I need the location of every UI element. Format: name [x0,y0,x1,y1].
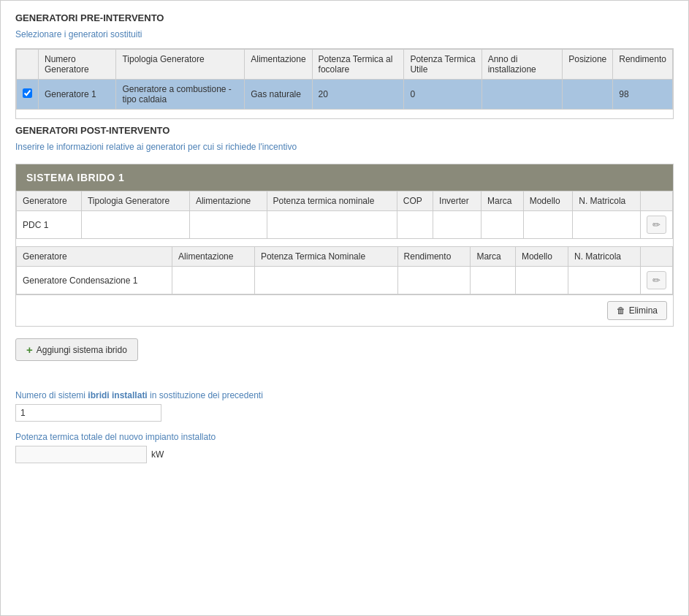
num-sistemi-label-part3: in sostituzione dei precedenti [148,390,263,400]
pre-intervento-table: Numero Generatore Tipologia Generatore A… [16,49,673,110]
cell-posizione [563,80,613,110]
edit-pdc-button[interactable]: ✏ [647,216,666,234]
col-numero-generatore: Numero Generatore [39,50,116,80]
add-sistema-ibrido-button[interactable]: + Aggiungi sistema ibrido [15,338,138,361]
potenza-input[interactable] [15,446,147,463]
post-intervento-title: GENERATORI POST-INTERVENTO [15,125,674,136]
hp-cell-alimentazione [189,211,267,239]
add-button-label: Aggiungi sistema ibrido [37,345,127,355]
num-sistemi-section: Numero di sistemi ibridi installati in s… [15,390,674,422]
hp-col-generatore: Generatore [17,191,82,211]
delete-sistema-button[interactable]: 🗑 Elimina [607,301,667,320]
hp-cell-generatore: PDC 1 [17,211,82,239]
cond-col-modello: Modello [515,247,568,267]
potenza-section: Potenza termica totale del nuovo impiant… [15,432,674,463]
hp-col-actions [641,191,673,211]
pre-intervento-subtitle: Selezionare i generatori sostituiti [15,29,674,39]
hp-col-modello: Modello [523,191,573,211]
cell-potenza-utile: 0 [404,80,481,110]
delete-label: Elimina [629,305,658,316]
hp-col-matricola: N. Matricola [573,191,641,211]
cond-col-matricola: N. Matricola [568,247,640,267]
row-checkbox[interactable] [23,88,32,98]
num-sistemi-label-part1: Numero di sistemi [15,390,88,400]
col-potenza-utile: Potenza Termica Utile [404,50,481,80]
cond-col-generatore: Generatore [17,247,172,267]
cond-cell-potenza [254,267,397,294]
col-tipologia-generatore: Tipologia Generatore [116,50,245,80]
hp-cell-tipologia [81,211,189,239]
heat-pump-table-wrap: Generatore Tipologia Generatore Alimenta… [16,191,673,239]
cell-potenza-focolare: 20 [312,80,404,110]
cell-rendimento: 98 [613,80,673,110]
col-checkbox [17,50,39,80]
cond-cell-marca [471,267,515,294]
hp-col-alimentazione: Alimentazione [189,191,267,211]
col-potenza-focolare: Potenza Termica al focolare [312,50,404,80]
col-alimentazione: Alimentazione [245,50,312,80]
row-checkbox-cell[interactable] [17,80,39,110]
cond-cell-modello [515,267,568,294]
cell-anno [481,80,563,110]
cond-col-marca: Marca [471,247,515,267]
table-row: Generatore Condensazione 1 ✏ [17,267,673,294]
sistema-ibrido-block: SISTEMA IBRIDO 1 Generatore Tipologia Ge… [15,164,674,327]
table-row: Generatore 1 Generatore a combustione - … [17,80,673,110]
cell-alimentazione: Gas naturale [245,80,312,110]
cond-col-rendimento: Rendimento [397,247,471,267]
cell-tipologia: Generatore a combustione - tipo caldaia [116,80,245,110]
hp-cell-marca [481,211,524,239]
cond-cell-edit[interactable]: ✏ [641,267,673,294]
kw-unit-label: kW [151,449,164,460]
hp-col-marca: Marca [481,191,524,211]
hp-col-cop: COP [397,191,433,211]
post-intervento-subtitle: Inserire le informazioni relative ai gen… [15,142,674,152]
plus-icon: + [26,343,33,356]
trash-icon: 🗑 [617,305,625,316]
cond-col-alimentazione: Alimentazione [172,247,255,267]
cond-cell-matricola [568,267,640,294]
pre-intervento-section: GENERATORI PRE-INTERVENTO Selezionare i … [15,12,674,119]
hp-cell-inverter [433,211,481,239]
hp-cell-cop [397,211,433,239]
edit-condensazione-button[interactable]: ✏ [647,271,666,289]
cell-numero: Generatore 1 [39,80,116,110]
num-sistemi-label-part2: ibridi installati [88,390,147,400]
hp-cell-potenza [267,211,397,239]
table-row: PDC 1 ✏ [17,211,673,239]
sistema-ibrido-header: SISTEMA IBRIDO 1 [16,164,673,191]
cond-cell-alimentazione [172,267,255,294]
condensazione-table: Generatore Alimentazione Potenza Termica… [16,246,673,294]
post-intervento-section: GENERATORI POST-INTERVENTO Inserire le i… [15,125,674,152]
cond-col-potenza: Potenza Termica Nominale [254,247,397,267]
potenza-field-row: kW [15,446,674,463]
pre-intervento-title: GENERATORI PRE-INTERVENTO [15,12,674,23]
heat-pump-table: Generatore Tipologia Generatore Alimenta… [16,191,673,239]
hp-cell-matricola [573,211,641,239]
condensazione-table-wrap: Generatore Alimentazione Potenza Termica… [16,246,673,294]
hp-col-potenza: Potenza termica nominale [267,191,397,211]
delete-action-row: 🗑 Elimina [16,294,673,326]
cond-cell-generatore: Generatore Condensazione 1 [17,267,172,294]
add-button-row: + Aggiungi sistema ibrido [15,338,674,376]
hp-col-inverter: Inverter [433,191,481,211]
page-container: GENERATORI PRE-INTERVENTO Selezionare i … [0,0,689,616]
pre-intervento-table-wrap: Numero Generatore Tipologia Generatore A… [15,48,674,119]
col-rendimento: Rendimento [613,50,673,80]
hp-cell-modello [523,211,573,239]
num-sistemi-label: Numero di sistemi ibridi installati in s… [15,390,674,400]
col-posizione: Posizione [563,50,613,80]
col-anno-installazione: Anno di installazione [481,50,563,80]
num-sistemi-input[interactable] [15,404,161,422]
potenza-label: Potenza termica totale del nuovo impiant… [15,432,674,442]
hp-cell-edit[interactable]: ✏ [641,211,673,239]
cond-col-actions [641,247,673,267]
cond-cell-rendimento [397,267,471,294]
hp-col-tipologia: Tipologia Generatore [81,191,189,211]
